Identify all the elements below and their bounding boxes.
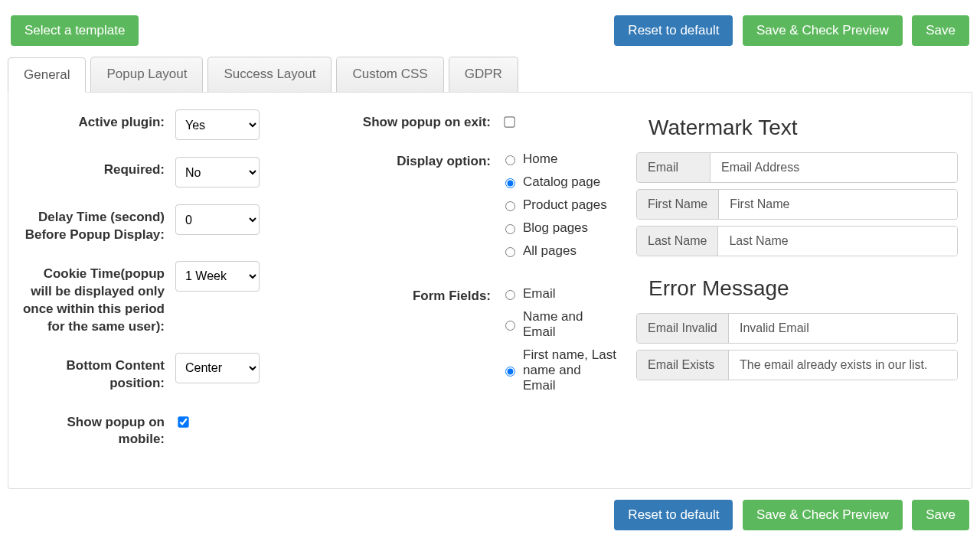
error-message-heading: Error Message bbox=[648, 276, 958, 301]
delay-time-select[interactable]: 0 bbox=[175, 204, 260, 235]
form-fields-full-label: First name, Last name and Email bbox=[523, 347, 616, 393]
tab-nav: General Popup Layout Success Layout Cust… bbox=[8, 57, 972, 93]
watermark-firstname-addon: First Name bbox=[637, 190, 719, 219]
watermark-lastname-input[interactable] bbox=[718, 227, 957, 256]
display-option-blog-label: Blog pages bbox=[523, 220, 588, 236]
active-plugin-label: Active plugin: bbox=[22, 109, 175, 132]
error-email-exists-addon: Email Exists bbox=[637, 350, 729, 380]
active-plugin-select[interactable]: Yes bbox=[175, 109, 260, 140]
show-mobile-checkbox[interactable] bbox=[178, 416, 188, 427]
reset-default-button[interactable]: Reset to default bbox=[614, 15, 733, 46]
reset-default-button-bottom[interactable]: Reset to default bbox=[614, 500, 733, 530]
display-option-label: Display option: bbox=[310, 148, 501, 171]
display-option-all-label: All pages bbox=[523, 243, 577, 259]
cookie-time-select[interactable]: 1 Week bbox=[175, 261, 260, 292]
form-fields-label: Form Fields: bbox=[310, 283, 501, 305]
form-fields-name-email[interactable]: Name and Email bbox=[501, 309, 616, 340]
display-option-product[interactable]: Product pages bbox=[501, 197, 616, 213]
watermark-email-addon: Email bbox=[637, 153, 710, 182]
tab-gdpr[interactable]: GDPR bbox=[449, 57, 518, 92]
display-option-home-label: Home bbox=[523, 152, 557, 167]
error-email-invalid-input[interactable] bbox=[729, 314, 957, 343]
form-fields-email[interactable]: Email bbox=[501, 286, 616, 302]
select-template-button[interactable]: Select a template bbox=[11, 15, 139, 46]
save-button[interactable]: Save bbox=[912, 15, 969, 46]
tab-general[interactable]: General bbox=[8, 57, 86, 93]
bottom-content-label: Bottom Content position: bbox=[22, 353, 175, 393]
required-select[interactable]: No bbox=[175, 157, 260, 187]
watermark-text-heading: Watermark Text bbox=[648, 116, 958, 140]
form-fields-email-label: Email bbox=[523, 286, 556, 302]
delay-time-label: Delay Time (second) Before Popup Display… bbox=[22, 204, 175, 244]
display-option-product-label: Product pages bbox=[523, 197, 607, 213]
display-option-blog[interactable]: Blog pages bbox=[501, 220, 616, 236]
bottom-content-select[interactable]: Center bbox=[175, 353, 260, 383]
required-label: Required: bbox=[22, 157, 175, 179]
error-email-invalid-addon: Email Invalid bbox=[637, 314, 729, 343]
watermark-firstname-input[interactable] bbox=[719, 190, 957, 219]
display-option-all[interactable]: All pages bbox=[501, 243, 616, 259]
save-check-preview-button-bottom[interactable]: Save & Check Preview bbox=[743, 500, 903, 530]
show-mobile-label: Show popup on mobile: bbox=[22, 409, 175, 449]
form-fields-name-email-label: Name and Email bbox=[523, 309, 616, 340]
watermark-email-input[interactable] bbox=[710, 153, 957, 182]
form-fields-full[interactable]: First name, Last name and Email bbox=[501, 347, 616, 393]
display-option-home[interactable]: Home bbox=[501, 152, 616, 167]
save-check-preview-button[interactable]: Save & Check Preview bbox=[743, 15, 903, 46]
error-email-exists-input[interactable] bbox=[729, 350, 957, 380]
save-button-bottom[interactable]: Save bbox=[912, 500, 969, 530]
display-option-catalog-label: Catalog page bbox=[523, 174, 600, 190]
show-exit-label: Show popup on exit: bbox=[310, 109, 501, 132]
show-exit-checkbox[interactable] bbox=[504, 116, 514, 127]
watermark-lastname-addon: Last Name bbox=[637, 227, 718, 256]
tab-popup-layout[interactable]: Popup Layout bbox=[90, 57, 203, 92]
cookie-time-label: Cookie Time(popup will be displayed only… bbox=[22, 261, 175, 336]
settings-panel: Active plugin: Yes Required: No Delay Ti… bbox=[8, 93, 972, 489]
display-option-catalog[interactable]: Catalog page bbox=[501, 174, 616, 190]
tab-custom-css[interactable]: Custom CSS bbox=[336, 57, 443, 92]
tab-success-layout[interactable]: Success Layout bbox=[207, 57, 332, 92]
